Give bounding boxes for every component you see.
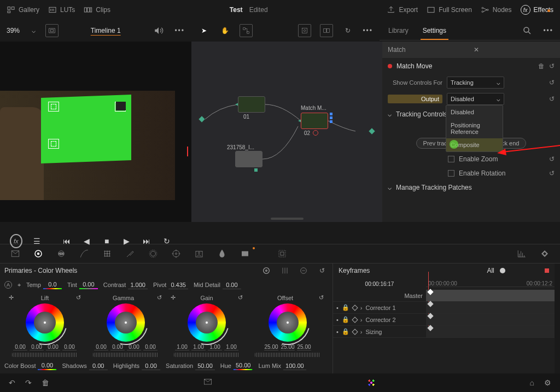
lift-v3[interactable]: 0.00 — [62, 344, 77, 350]
kf-c1-lock-icon[interactable]: 🔒 — [342, 304, 349, 311]
reset-rotation-icon[interactable]: ↺ — [549, 169, 555, 177]
kf-c2-expand-icon[interactable]: › — [360, 317, 363, 323]
temp-value[interactable]: 0.0 — [43, 280, 62, 289]
dropdown-item-disabled[interactable]: Disabled — [446, 106, 503, 119]
palette-key-icon[interactable] — [240, 248, 250, 259]
wheels-mode-icon[interactable] — [260, 265, 272, 277]
pointer-tool-icon[interactable]: ➤ — [198, 25, 210, 37]
kf-master-key[interactable] — [427, 289, 433, 295]
saturation-value[interactable]: 50.00 — [195, 362, 215, 370]
gain-picker-icon[interactable]: ✛ — [171, 294, 176, 301]
search-icon[interactable] — [521, 25, 533, 37]
fx-toggle-icon[interactable]: fx — [10, 234, 22, 248]
kf-c2-dot[interactable]: • — [336, 317, 339, 323]
kf-sz-diamond-icon[interactable] — [352, 329, 358, 335]
palette-sizing-icon[interactable] — [277, 248, 288, 259]
reset-output-icon[interactable]: ↺ — [549, 95, 555, 103]
offset-slider[interactable] — [255, 353, 320, 357]
stop-icon[interactable]: ■ — [102, 235, 112, 247]
node-options-icon[interactable]: ••• — [363, 27, 373, 34]
last-frame-icon[interactable]: ⏭ — [142, 235, 152, 247]
palette-scopes-icon[interactable] — [516, 248, 527, 259]
kf-rec-icon[interactable] — [545, 268, 549, 273]
output-select[interactable]: Disabled ⌵ — [447, 93, 504, 105]
kf-c1-dot[interactable]: • — [336, 305, 339, 311]
reset-effect-icon[interactable]: ↺ — [549, 62, 555, 70]
dropdown-item-positioning[interactable]: Positioning Reference — [446, 119, 503, 138]
layer-port[interactable] — [254, 168, 258, 172]
step-back-icon[interactable]: ◀ — [82, 235, 92, 247]
kf-dot-icon[interactable] — [500, 268, 505, 273]
node-03[interactable] — [235, 151, 262, 167]
pick-white-icon[interactable]: ⌖ — [18, 282, 21, 289]
graph-input-port[interactable] — [199, 116, 205, 122]
viewer-options-icon[interactable]: ••• — [174, 27, 185, 34]
lift-reset-icon[interactable]: ↺ — [76, 294, 81, 301]
lift-wheel[interactable] — [26, 303, 64, 342]
effects-button[interactable]: fx Effects — [521, 5, 553, 15]
gamma-wheel[interactable] — [107, 303, 145, 342]
gamma-v3[interactable]: 0.00 — [143, 344, 158, 350]
colorboost-value[interactable]: 0.00 — [38, 361, 56, 370]
palette-magic-mask-icon[interactable] — [194, 248, 205, 259]
lift-v0[interactable]: 0.00 — [13, 344, 27, 350]
gain-v0[interactable]: 1.00 — [175, 344, 189, 350]
auto-balance-icon[interactable]: A — [4, 281, 12, 289]
gallery-button[interactable]: Gallery — [7, 5, 39, 14]
node-view2-icon[interactable] — [320, 24, 333, 37]
search-input[interactable]: Match — [388, 46, 469, 54]
delete-effect-icon[interactable]: 🗑 — [538, 62, 545, 70]
page-color-icon[interactable] — [366, 378, 376, 388]
fullscreen-button[interactable]: Full Screen — [427, 5, 472, 14]
offset-v2[interactable]: 25.00 — [297, 344, 311, 350]
reset-show-controls-icon[interactable]: ↺ — [549, 79, 555, 86]
bars-mode-icon[interactable] — [279, 265, 291, 277]
graph-output-port[interactable] — [369, 128, 375, 134]
middetail-value[interactable]: 0.00 — [223, 281, 241, 289]
lift-picker-icon[interactable]: ✛ — [9, 294, 14, 301]
gain-v3[interactable]: 1.00 — [224, 344, 238, 350]
play-icon[interactable]: ▶ — [122, 235, 132, 247]
palette-keyframes-icon[interactable] — [539, 248, 550, 259]
clear-search-icon[interactable]: ✕ — [474, 46, 555, 54]
zoom-chevron-icon[interactable]: ⌵ — [32, 27, 36, 34]
kf-c1-expand-icon[interactable]: › — [360, 305, 363, 311]
kf-c2-lock-icon[interactable]: 🔒 — [342, 316, 349, 323]
gamma-slider[interactable] — [93, 353, 159, 357]
contrast-value[interactable]: 1.000 — [128, 281, 148, 289]
node-01[interactable] — [238, 96, 265, 113]
show-controls-select[interactable]: Tracking ⌵ — [447, 77, 504, 89]
node-view1-icon[interactable] — [298, 24, 311, 37]
hand-tool-icon[interactable]: ✋ — [219, 25, 231, 37]
log-mode-icon[interactable] — [298, 265, 310, 277]
loop-icon[interactable]: ↻ — [162, 235, 172, 247]
pivot-value[interactable]: 0.435 — [168, 281, 188, 289]
audio-icon[interactable] — [153, 25, 165, 37]
shadows-value[interactable]: 0.00 — [89, 362, 108, 370]
kf-c1-key[interactable] — [427, 301, 433, 307]
luts-button[interactable]: LUTs — [48, 5, 75, 14]
undo-icon[interactable]: ↶ — [9, 378, 15, 387]
keyframes-all-button[interactable]: All — [487, 267, 494, 274]
trash-icon[interactable]: 🗑 — [42, 378, 49, 387]
inspector-options-icon[interactable]: ••• — [543, 27, 553, 34]
tracker-point-1[interactable] — [48, 102, 59, 112]
home-icon[interactable]: ⌂ — [530, 378, 534, 387]
nodes-button[interactable]: Nodes — [481, 5, 512, 14]
viewer-image[interactable] — [0, 91, 175, 200]
first-frame-icon[interactable]: ⏮ — [62, 235, 72, 247]
primaries-reset-icon[interactable]: ↺ — [316, 265, 328, 277]
offset-wheel[interactable] — [269, 303, 307, 342]
gain-slider[interactable] — [174, 353, 240, 357]
redo-icon[interactable]: ↷ — [25, 378, 32, 387]
effect-enable-dot[interactable] — [388, 64, 392, 68]
kf-c1-diamond-icon[interactable] — [352, 305, 358, 311]
kf-c2-diamond-icon[interactable] — [352, 317, 358, 323]
node-refresh-icon[interactable]: ↻ — [342, 25, 354, 37]
scroll-handle[interactable] — [271, 218, 304, 220]
tab-settings[interactable]: Settings — [421, 21, 448, 40]
layers-icon[interactable]: ☰ — [32, 235, 43, 247]
dropdown-item-composite[interactable]: Composite — [446, 138, 503, 151]
gain-wheel[interactable] — [188, 303, 226, 342]
palette-blur-icon[interactable] — [217, 248, 228, 259]
